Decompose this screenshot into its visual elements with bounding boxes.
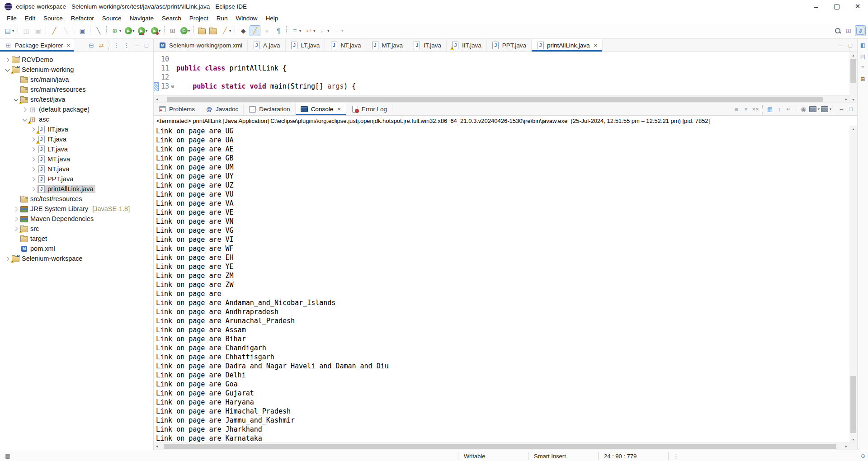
editor-tab-printalllink-java[interactable]: JprintAllLink.java× (532, 39, 603, 52)
save-icon[interactable]: ◫ (21, 25, 32, 36)
menu-project[interactable]: Project (185, 14, 212, 23)
debug-icon[interactable]: ⊕▾ (109, 25, 123, 36)
dropdown-arrow-icon[interactable]: ▾ (229, 29, 231, 33)
new-java-class-icon[interactable]: G▾ (179, 26, 191, 36)
tree-item-src-test-java[interactable]: src/test/java (0, 94, 153, 104)
chevron-right-icon[interactable] (29, 175, 37, 183)
minimize-editor-icon[interactable]: – (836, 41, 845, 50)
profile-icon[interactable]: ▶▾ (150, 26, 162, 36)
pin-editor-icon[interactable]: ◆ (238, 25, 249, 36)
maximize-view-icon[interactable]: □ (142, 41, 151, 50)
minimized-task-icon[interactable]: ⊞ (859, 75, 867, 83)
fold-marker-icon[interactable]: ⊖ (169, 83, 176, 89)
tree-item-selenium-working[interactable]: MSelenium-working (0, 65, 153, 75)
tree-item-selenium-workspace[interactable]: MSelenium-workspace (0, 254, 153, 263)
editor-tab-nt-java[interactable]: JNT.java (325, 39, 366, 52)
chevron-right-icon[interactable] (12, 205, 19, 212)
minimize-view-icon[interactable]: – (132, 41, 141, 50)
pencil-disabled-icon[interactable]: ╲ (61, 25, 71, 36)
chevron-right-icon[interactable] (4, 255, 11, 262)
chevron-right-icon[interactable] (29, 146, 37, 153)
tree-item-lt-java[interactable]: JLT.java (0, 144, 153, 154)
mark-occurrences-icon[interactable]: ╱ (250, 25, 260, 36)
tree-item-printalllink-java[interactable]: JprintAllLink.java (0, 184, 153, 194)
dropdown-arrow-icon[interactable]: ▾ (818, 107, 820, 111)
word-wrap-icon[interactable]: ↵ (784, 105, 793, 114)
close-tab-icon[interactable]: × (337, 106, 341, 113)
tree-item-it-java[interactable]: JIT.java (0, 134, 153, 144)
scroll-lock-icon[interactable]: ↕ (775, 105, 784, 114)
brush-icon[interactable]: ╱▾ (219, 25, 232, 36)
terminate-icon[interactable]: ■ (732, 105, 741, 114)
tab-package-explorer[interactable]: ⊞ Package Explorer × (0, 39, 74, 52)
collapse-all-icon[interactable]: ⊟ (87, 41, 96, 50)
pin-console-icon[interactable]: ◉ (799, 105, 808, 114)
menu-refactor[interactable]: Refactor (67, 14, 98, 23)
console-output[interactable]: Link on page are UGLink on page are UALi… (154, 126, 857, 442)
editor-vscroll-thumb[interactable] (850, 59, 856, 83)
sphere-icon[interactable]: ● (261, 25, 272, 36)
console-tab-console[interactable]: Console× (296, 103, 346, 115)
last-edit-location-icon[interactable]: ↩▾ (303, 25, 316, 36)
scroll-right-icon[interactable]: ▸ (843, 97, 849, 101)
console-hscroll-thumb[interactable] (164, 444, 836, 449)
open-perspective-icon[interactable]: ⊞ (843, 25, 854, 36)
chevron-right-icon[interactable] (21, 106, 28, 113)
back-icon[interactable]: ←▾ (317, 25, 330, 36)
tree-item-src[interactable]: src (0, 224, 153, 234)
tree-item-target[interactable]: target (0, 234, 153, 244)
search-icon[interactable] (833, 26, 842, 35)
scroll-up-icon[interactable]: ▴ (852, 126, 854, 132)
close-view-icon[interactable]: × (67, 42, 71, 49)
console-tab-javadoc[interactable]: @Javadoc (200, 103, 244, 115)
maximize-view-icon[interactable]: □ (846, 105, 855, 114)
close-tab-icon[interactable]: × (594, 42, 598, 49)
focus-icon[interactable]: ⋮ (112, 41, 121, 50)
editor-tab-ppt-java[interactable]: JPPT.java (487, 39, 532, 52)
dropdown-arrow-icon[interactable]: ▾ (119, 29, 121, 33)
editor-tab-lt-java[interactable]: JLT.java (286, 39, 326, 52)
menu-source[interactable]: Source (39, 14, 67, 23)
scroll-down-icon[interactable]: ▾ (852, 96, 854, 103)
menu-navigate[interactable]: Navigate (126, 14, 158, 23)
editor-tab-it-java[interactable]: JIT.java (408, 39, 447, 52)
minimize-view-icon[interactable]: – (837, 105, 846, 114)
menu-search[interactable]: Search (158, 14, 185, 23)
save-all-icon[interactable]: ▣ (33, 25, 43, 36)
restore-pane-icon[interactable]: ◧ (859, 41, 867, 49)
tree-item-pom-xml[interactable]: Mpom.xml (0, 244, 153, 254)
tree-item-iit-java[interactable]: JIIT.java (0, 124, 153, 134)
new-wizard-icon[interactable]: ▤▾ (2, 25, 15, 36)
minimize-window-icon[interactable]: – (806, 0, 826, 13)
dropdown-arrow-icon[interactable]: ▾ (299, 29, 301, 33)
menu-edit[interactable]: Edit (21, 14, 39, 23)
menu-source[interactable]: Source (98, 14, 126, 23)
dropdown-arrow-icon[interactable]: ▾ (146, 29, 147, 33)
scroll-up-icon[interactable]: ▴ (852, 52, 854, 58)
chevron-right-icon[interactable] (4, 56, 11, 63)
editor-tab-selenium-working-pom-xml[interactable]: MSelenium-working/pom.xml (154, 39, 248, 52)
open-folder-icon[interactable] (197, 26, 207, 36)
chevron-down-icon[interactable] (21, 116, 28, 123)
forward-icon[interactable]: →▾ (331, 25, 344, 36)
menu-help[interactable]: Help (262, 14, 283, 23)
run-icon[interactable]: ▶▾ (123, 26, 136, 36)
tree-item-ppt-java[interactable]: JPPT.java (0, 174, 153, 184)
minimized-outline-icon[interactable]: ≡ (859, 64, 867, 72)
tree-item-src-test-resources[interactable]: src/test/resources (0, 194, 153, 204)
chevron-right-icon[interactable] (29, 165, 37, 173)
chevron-down-icon[interactable] (4, 66, 11, 73)
dropdown-arrow-icon[interactable]: ▾ (327, 29, 329, 33)
chevron-right-icon[interactable] (29, 155, 37, 163)
menu-window[interactable]: Window (232, 14, 262, 23)
scroll-right-icon[interactable]: ▸ (843, 444, 849, 448)
tree-item-rcvdemo[interactable]: JRCVDemo (0, 55, 153, 65)
open-task-icon[interactable]: ▣ (77, 25, 88, 36)
dropdown-arrow-icon[interactable]: ▾ (132, 29, 134, 33)
tree-item-asc[interactable]: ⊞asc (0, 114, 153, 124)
close-window-icon[interactable]: ✕ (847, 0, 868, 13)
tree-item-src-main-java[interactable]: src/main/java (0, 75, 153, 85)
pencil-icon[interactable]: ╱ (49, 25, 60, 36)
editor-tab-a-java[interactable]: JA.java (248, 39, 286, 52)
console-tab-problems[interactable]: Problems (154, 103, 200, 115)
